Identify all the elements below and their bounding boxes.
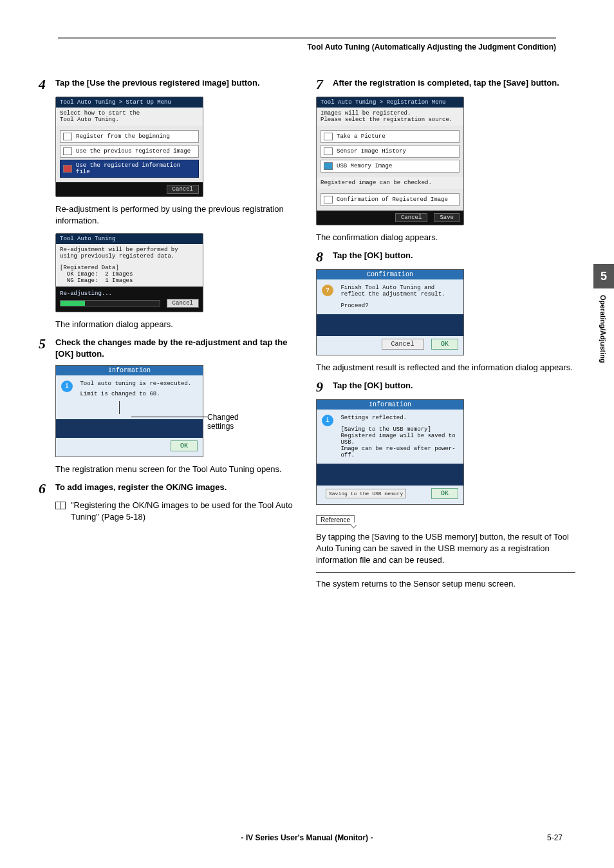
question-icon: ? <box>322 285 333 296</box>
option-previous-image[interactable]: Use the previous registered image <box>60 145 199 158</box>
dialog-text-1: Tool auto tuning is re-executed. <box>80 381 191 387</box>
step-8-caption: The adjustment result is reflected and t… <box>316 362 575 373</box>
option-label: Take a Picture <box>337 133 386 140</box>
info-icon: i <box>322 415 333 426</box>
screenshot-info-dialog: Information i Tool auto tuning is re-exe… <box>55 365 203 457</box>
step-text: Tap the [OK] button. <box>333 250 413 261</box>
option-label: Register from the beginning <box>76 133 170 140</box>
cancel-button[interactable]: Cancel <box>382 339 424 350</box>
option-label: Use the previous registered image <box>76 148 191 155</box>
step-number: 8 <box>316 250 328 264</box>
dialog-text-2: [Saving to the USB memory] Registered im… <box>340 426 456 458</box>
option-register-beginning[interactable]: Register from the beginning <box>60 130 199 143</box>
option-confirm-registered[interactable]: Confirmation of Registered Image <box>321 193 460 206</box>
info-icon: i <box>61 381 73 392</box>
images-icon <box>324 196 333 203</box>
disk-icon <box>63 165 72 173</box>
book-icon <box>55 502 66 509</box>
chapter-tab: 5 Operating/Adjusting <box>593 264 614 363</box>
step-4-caption2: The information dialog appears. <box>55 319 298 330</box>
screenshot-confirmation-dialog: Confirmation ? Finish Tool Auto Tuning a… <box>316 269 464 355</box>
cancel-button[interactable]: Cancel <box>167 185 199 194</box>
dialog-text-2: Proceed? <box>340 303 450 309</box>
step-8: 8 Tap the [OK] button. <box>316 250 575 264</box>
step-text: After the registration is completed, tap… <box>333 77 559 89</box>
left-column: 4 Tap the [Use the previous registered i… <box>39 77 298 596</box>
chapter-number: 5 <box>593 264 614 288</box>
step-number: 9 <box>316 380 328 394</box>
step-text: Check the changes made by the re-adjustm… <box>55 337 298 360</box>
screenshot-titlebar: Tool Auto Tuning <box>56 234 203 244</box>
option-info-file[interactable]: Use the registered information file <box>60 160 199 178</box>
save-button[interactable]: Save <box>434 213 460 222</box>
footer-page: 5-27 <box>524 833 563 842</box>
cancel-button[interactable]: Cancel <box>167 299 199 308</box>
screenshot-startup-menu: Tool Auto Tuning > Start Up Menu Select … <box>55 97 203 197</box>
ok-button[interactable]: OK <box>431 488 458 499</box>
option-sensor-history[interactable]: Sensor Image History <box>321 145 460 158</box>
step-9-caption: The system returns to the Sensor setup m… <box>316 578 575 590</box>
step-number: 7 <box>316 77 328 91</box>
reference-badge: Reference <box>316 515 355 525</box>
right-column: 7 After the registration is completed, t… <box>316 77 575 596</box>
step-number: 4 <box>39 77 50 91</box>
step-5-caption: The registration menu screen for the Too… <box>55 464 298 475</box>
step-text: Tap the [Use the previous registered ima… <box>55 77 260 89</box>
progress-bar <box>60 300 160 307</box>
dialog-title: Confirmation <box>317 270 463 279</box>
registered-data-block: [Registered Data] OK Image: 2 Images NG … <box>56 262 203 287</box>
screenshot-subtext: Images will be registered. Please select… <box>317 108 463 126</box>
screenshot-readjusting: Tool Auto Tuning Re-adjustment will be p… <box>55 233 203 312</box>
images-icon <box>63 147 72 155</box>
screenshot-titlebar: Tool Auto Tuning > Registration Menu <box>317 97 463 108</box>
page-header-title: Tool Auto Tuning (Automatically Adjustin… <box>39 42 556 52</box>
header-rule <box>58 37 556 39</box>
ok-button[interactable]: OK <box>431 339 458 350</box>
option-label: Confirmation of Registered Image <box>337 196 448 203</box>
step-number: 5 <box>39 337 50 351</box>
dialog-text-2: Limit is changed to 68. <box>80 391 191 397</box>
option-take-picture[interactable]: Take a Picture <box>321 130 460 143</box>
save-usb-button[interactable]: Saving to the USB memory <box>326 489 406 498</box>
option-label: Sensor Image History <box>337 148 406 155</box>
screenshot-info-dialog-2: Information i Settings reflected. [Savin… <box>316 399 464 505</box>
footer-title: - IV Series User's Manual (Monitor) - <box>90 833 524 842</box>
screenshot-midtext: Registered image can be checked. <box>317 177 463 189</box>
cross-reference: "Registering the OK/NG images to be used… <box>55 500 298 523</box>
ok-button[interactable]: OK <box>171 440 198 451</box>
dialog-text-1: Finish Tool Auto Tuning and reflect the … <box>340 285 450 297</box>
screenshot-registration-menu: Tool Auto Tuning > Registration Menu Ima… <box>316 97 464 225</box>
option-label: USB Memory Image <box>337 163 392 169</box>
screenshot-subtext: Re-adjustment will be performed by using… <box>56 244 203 262</box>
step-7-caption: The confirmation dialog appears. <box>316 232 575 243</box>
step-text: Tap the [OK] button. <box>333 380 413 392</box>
option-label: Use the registered information file <box>76 162 196 175</box>
cross-reference-text: "Registering the OK/NG images to be used… <box>71 500 298 523</box>
separator <box>316 572 575 573</box>
step-4-caption: Re-adjustment is performed by using the … <box>55 203 298 227</box>
page-footer: - IV Series User's Manual (Monitor) - 5-… <box>0 833 614 842</box>
cancel-button[interactable]: Cancel <box>395 213 427 222</box>
dialog-title: Information <box>317 400 463 410</box>
screenshot-info-dialog-wrap: Information i Tool auto tuning is re-exe… <box>39 365 298 457</box>
screenshot-titlebar: Tool Auto Tuning > Start Up Menu <box>56 97 203 108</box>
camera-icon <box>324 133 333 140</box>
usb-icon <box>324 162 333 170</box>
step-7: 7 After the registration is completed, t… <box>316 77 575 91</box>
option-usb-image[interactable]: USB Memory Image <box>321 160 460 173</box>
step-text: To add images, register the OK/NG images… <box>55 482 227 493</box>
chapter-label: Operating/Adjusting <box>593 295 607 363</box>
step-4: 4 Tap the [Use the previous registered i… <box>39 77 298 91</box>
status-text: Re-adjusting... <box>60 290 199 297</box>
reference-text: By tapping the [Saving to the USB memory… <box>316 531 575 566</box>
callout-line <box>131 417 207 417</box>
step-6: 6 To add images, register the OK/NG imag… <box>39 482 298 496</box>
screenshot-subtext: Select how to start the Tool Auto Tuning… <box>56 108 203 126</box>
step-9: 9 Tap the [OK] button. <box>316 380 575 394</box>
step-number: 6 <box>39 482 50 496</box>
dialog-title: Information <box>56 366 203 375</box>
step-5: 5 Check the changes made by the re-adjus… <box>39 337 298 360</box>
history-icon <box>324 147 333 155</box>
file-icon <box>63 133 72 140</box>
dialog-text-1: Settings reflected. <box>340 415 456 421</box>
